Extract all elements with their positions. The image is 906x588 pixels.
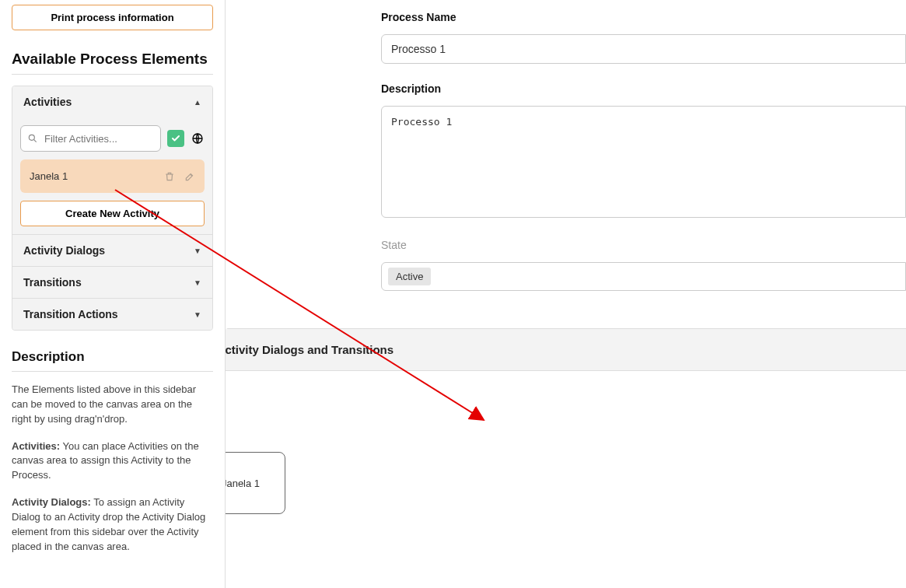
accordion-header-transition-actions[interactable]: Transition Actions ▼ (12, 299, 212, 330)
main-content: Process Name Description State Active Ad… (226, 0, 906, 588)
filter-input-wrap (20, 125, 161, 152)
canvas-heading: Add and Edit Activities, Activity Dialog… (226, 328, 906, 371)
filter-row (20, 125, 205, 152)
filter-scope-button[interactable] (191, 131, 205, 145)
filter-activities-input[interactable] (38, 128, 154, 149)
chevron-down-icon: ▼ (194, 278, 201, 287)
description-p2: Activity Dialogs: To assign an Activity … (12, 495, 213, 554)
search-icon (27, 133, 38, 144)
process-name-input[interactable] (381, 34, 906, 64)
description-p0: The Elements listed above in this sideba… (12, 383, 213, 427)
chevron-down-icon: ▼ (194, 310, 201, 319)
accordion-title: Activity Dialogs (23, 244, 105, 257)
description-field: Description (381, 82, 906, 220)
accordion-transition-actions: Transition Actions ▼ (12, 299, 212, 330)
chevron-up-icon: ▲ (194, 98, 201, 107)
elements-accordion: Activities ▲ (12, 86, 213, 331)
globe-icon (191, 132, 204, 145)
activity-chip-actions (164, 171, 195, 182)
desc-label-activity-dialogs: Activity Dialogs: (12, 496, 91, 508)
accordion-title: Transition Actions (23, 308, 118, 320)
description-label: Description (381, 82, 906, 95)
activity-chip-label: Janela 1 (30, 170, 68, 182)
trash-icon[interactable] (164, 171, 175, 182)
process-canvas[interactable]: Janela 1 (226, 371, 906, 588)
canvas-activity-label: Janela 1 (226, 478, 260, 489)
accordion-body-activities: Janela 1 Create New Activity (12, 117, 212, 234)
divider (12, 371, 213, 372)
process-name-label: Process Name (381, 11, 906, 23)
chevron-down-icon: ▼ (194, 247, 201, 255)
available-elements-heading: Available Process Elements (12, 51, 213, 68)
accordion-activities: Activities ▲ (12, 86, 212, 235)
state-label: State (381, 239, 906, 251)
canvas-panel: Add and Edit Activities, Activity Dialog… (226, 328, 906, 588)
print-process-button[interactable]: Print process information (12, 5, 213, 30)
description-textarea[interactable] (381, 106, 906, 218)
svg-point-0 (29, 135, 34, 140)
description-body: The Elements listed above in this sideba… (12, 383, 213, 554)
filter-confirm-button[interactable] (167, 130, 184, 147)
check-icon (171, 134, 180, 143)
divider (12, 74, 213, 75)
process-form: Process Name Description State Active (381, 11, 906, 328)
accordion-header-transitions[interactable]: Transitions ▼ (12, 267, 212, 298)
accordion-transitions: Transitions ▼ (12, 267, 212, 299)
svg-line-1 (33, 139, 36, 142)
accordion-header-activity-dialogs[interactable]: Activity Dialogs ▼ (12, 235, 212, 266)
activity-chip-janela1[interactable]: Janela 1 (20, 159, 205, 193)
accordion-activity-dialogs: Activity Dialogs ▼ (12, 235, 212, 267)
accordion-header-activities[interactable]: Activities ▲ (12, 86, 212, 117)
process-name-field: Process Name (381, 11, 906, 64)
state-field: State Active (381, 239, 906, 291)
sidebar: Print process information Available Proc… (0, 0, 226, 588)
description-p1: Activities: You can place Activities on … (12, 439, 213, 484)
desc-label-activities: Activities: (12, 440, 60, 452)
create-activity-button[interactable]: Create New Activity (20, 201, 205, 226)
edit-icon[interactable] (184, 171, 195, 182)
state-chip: Active (388, 268, 431, 285)
accordion-title: Transitions (23, 276, 82, 289)
state-select[interactable]: Active (381, 262, 906, 291)
canvas-activity-node[interactable]: Janela 1 (226, 452, 285, 514)
description-heading: Description (12, 349, 213, 365)
accordion-title: Activities (23, 96, 72, 108)
